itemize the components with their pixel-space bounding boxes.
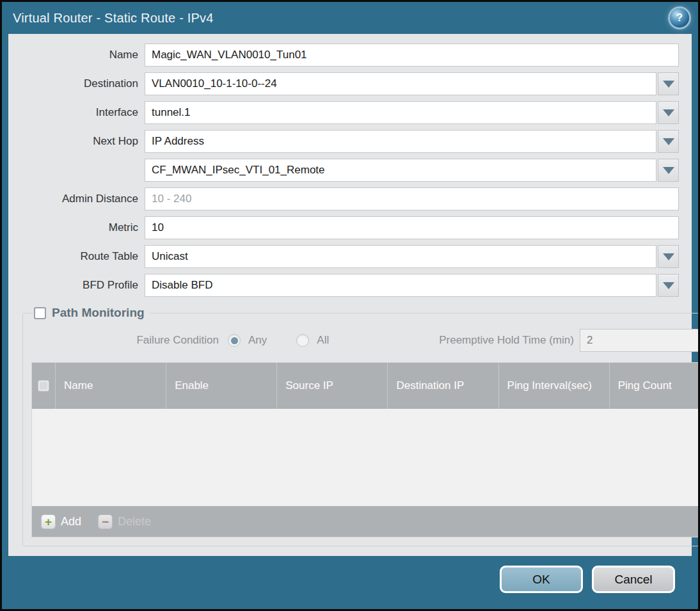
form-row-name: Name	[16, 44, 679, 67]
title-bar: Virtual Router - Static Route - IPv4 ?	[2, 2, 698, 34]
failure-condition-any-label: Any	[248, 334, 267, 347]
form-row-next-hop-address	[16, 159, 679, 182]
interface-label: Interface	[16, 106, 138, 119]
column-header-destination-ip: Destination IP	[387, 363, 498, 409]
select-all-cell	[32, 363, 55, 409]
bfd-profile-label: BFD Profile	[16, 279, 138, 292]
bfd-profile-dropdown-button[interactable]	[658, 274, 679, 297]
name-label: Name	[16, 49, 138, 61]
ok-button[interactable]: OK	[500, 566, 583, 593]
static-route-dialog: Virtual Router - Static Route - IPv4 ? N…	[0, 0, 700, 611]
path-monitoring-legend: Path Monitoring	[33, 306, 150, 320]
column-header-ping-interval: Ping Interval(sec)	[498, 363, 609, 409]
path-monitoring-title: Path Monitoring	[52, 306, 145, 320]
path-monitoring-section: Path Monitoring Failure Condition Any Al…	[22, 306, 700, 546]
next-hop-dropdown-button[interactable]	[658, 130, 679, 153]
form-row-destination: Destination	[16, 72, 679, 95]
destination-dropdown-button[interactable]	[658, 72, 679, 95]
path-monitoring-table: Name Enable Source IP Destination IP Pin…	[31, 362, 700, 537]
chevron-down-icon	[663, 138, 674, 145]
form-row-admin-distance: Admin Distance	[16, 187, 679, 210]
metric-input[interactable]	[145, 216, 679, 239]
dialog-footer: OK Cancel	[2, 556, 698, 593]
name-input[interactable]	[145, 44, 679, 67]
form-row-bfd-profile: BFD Profile	[16, 274, 679, 297]
delete-button[interactable]: − Delete	[98, 514, 151, 529]
chevron-down-icon	[663, 253, 674, 260]
preemptive-hold-time-label: Preemptive Hold Time (min)	[439, 334, 574, 347]
admin-distance-input[interactable]	[145, 187, 679, 210]
dialog-title: Virtual Router - Static Route - IPv4	[13, 11, 670, 26]
path-monitoring-checkbox[interactable]	[34, 307, 46, 319]
form-row-interface: Interface	[16, 101, 679, 124]
interface-input[interactable]	[145, 101, 656, 124]
route-table-input[interactable]	[145, 245, 656, 268]
column-header-name: Name	[55, 363, 166, 409]
table-toolbar: + Add − Delete	[32, 506, 700, 537]
add-button-label: Add	[61, 515, 81, 528]
chevron-down-icon	[663, 167, 674, 174]
column-header-enable: Enable	[166, 363, 276, 409]
failure-condition-all-radio[interactable]	[296, 334, 309, 347]
preemptive-hold-time-input[interactable]	[580, 329, 700, 352]
select-all-checkbox[interactable]	[38, 380, 49, 392]
form-row-metric: Metric	[16, 216, 679, 239]
help-icon[interactable]: ?	[670, 8, 689, 28]
dialog-body: Name Destination Interface Next Hop	[8, 34, 692, 556]
next-hop-type-input[interactable]	[145, 130, 656, 153]
chevron-down-icon	[663, 81, 674, 88]
cancel-button[interactable]: Cancel	[592, 566, 675, 593]
failure-condition-any-radio[interactable]	[228, 334, 241, 347]
column-header-source-ip: Source IP	[276, 363, 387, 409]
table-header-row: Name Enable Source IP Destination IP Pin…	[32, 363, 700, 409]
admin-distance-label: Admin Distance	[16, 193, 138, 205]
destination-input[interactable]	[145, 72, 656, 95]
failure-condition-radios: Any All	[228, 334, 352, 347]
plus-icon: +	[41, 514, 56, 529]
table-body-empty	[32, 409, 700, 506]
chevron-down-icon	[663, 282, 674, 289]
failure-condition-all-label: All	[317, 334, 329, 347]
next-hop-label: Next Hop	[16, 135, 138, 148]
path-monitoring-options-row: Failure Condition Any All Preemptive Hol…	[31, 329, 700, 352]
failure-condition-label: Failure Condition	[113, 334, 219, 347]
route-table-label: Route Table	[16, 250, 138, 263]
column-header-ping-count: Ping Count	[609, 363, 700, 409]
interface-dropdown-button[interactable]	[658, 101, 679, 124]
next-hop-address-input[interactable]	[145, 159, 656, 182]
form-row-next-hop: Next Hop	[16, 130, 679, 153]
form-row-route-table: Route Table	[16, 245, 679, 268]
bfd-profile-input[interactable]	[145, 274, 656, 297]
next-hop-address-dropdown-button[interactable]	[658, 159, 679, 182]
delete-button-label: Delete	[118, 515, 151, 528]
chevron-down-icon	[663, 109, 674, 116]
add-button[interactable]: + Add	[41, 514, 81, 529]
metric-label: Metric	[16, 221, 138, 234]
route-table-dropdown-button[interactable]	[658, 245, 679, 268]
minus-icon: −	[98, 514, 113, 529]
destination-label: Destination	[16, 77, 138, 90]
